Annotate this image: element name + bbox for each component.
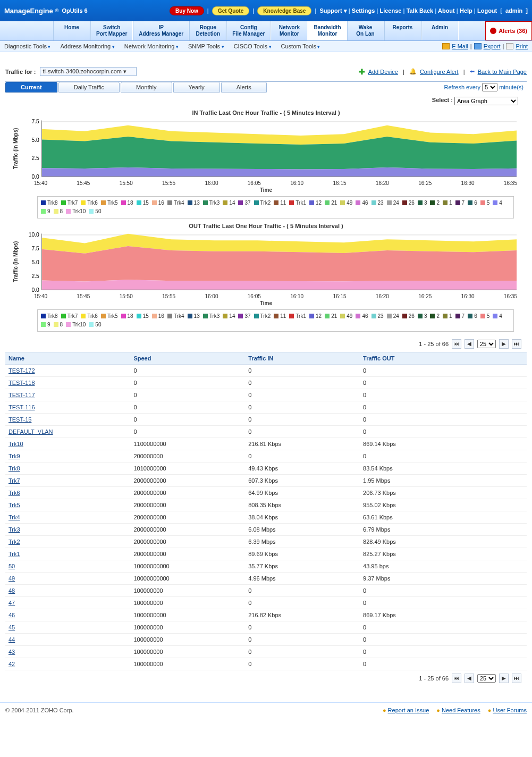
interface-link[interactable]: Trk2 <box>9 539 20 545</box>
header-link-settings[interactable]: Settings <box>352 7 376 14</box>
main-tab-admin[interactable]: Admin <box>421 21 459 40</box>
table-row: 501000000000035.77 Kbps43.95 bps <box>5 560 527 572</box>
interface-link[interactable]: 45 <box>9 624 15 630</box>
pager-size-select[interactable]: 25 <box>477 340 496 348</box>
pager-size-select[interactable]: 25 <box>477 674 496 683</box>
interface-link[interactable]: TEST-172 <box>9 367 35 374</box>
header-link-help[interactable]: Help <box>460 7 474 14</box>
interface-link[interactable]: Trk6 <box>9 490 20 496</box>
export-link[interactable]: Export <box>484 43 501 49</box>
refresh-interval-select[interactable]: 5 <box>482 83 497 91</box>
buy-now-button[interactable]: Buy Now <box>170 6 204 15</box>
interface-link[interactable]: 47 <box>9 600 15 606</box>
x-tick: 15:55 <box>162 293 175 299</box>
refresh-label: Refresh every <box>444 84 480 90</box>
table-row: 4310000000000 <box>5 645 527 658</box>
main-tab-network-monitor[interactable]: NetworkMonitor <box>271 21 308 40</box>
pager-next[interactable]: ▶ <box>499 339 509 349</box>
interface-link[interactable]: TEST-118 <box>9 380 35 386</box>
interface-link[interactable]: Trk10 <box>9 441 23 447</box>
view-tab-yearly[interactable]: Yearly <box>173 82 220 92</box>
pager-next[interactable]: ▶ <box>499 674 509 683</box>
pager-first[interactable]: ⏮ <box>452 339 461 349</box>
legend-item: Trk7 <box>61 199 78 207</box>
interface-link[interactable]: 49 <box>9 575 15 582</box>
pager-first[interactable]: ⏮ <box>452 674 461 683</box>
interface-link[interactable]: Trk8 <box>9 465 20 472</box>
pager-prev[interactable]: ◀ <box>465 674 474 683</box>
interface-link[interactable]: 42 <box>9 661 15 667</box>
header-link-license[interactable]: License <box>379 7 403 14</box>
interface-link[interactable]: TEST-15 <box>9 416 31 423</box>
interface-link[interactable]: Trk4 <box>9 514 20 520</box>
main-tab-ip-address-manager[interactable]: IPAddress Manager <box>133 21 189 40</box>
main-tab-wake-on-lan[interactable]: WakeOn Lan <box>347 21 384 40</box>
svg-text:0.0: 0.0 <box>31 174 39 179</box>
submenu-cisco-tools[interactable]: CISCO Tools <box>234 43 272 49</box>
submenu-address-monitoring[interactable]: Address Monitoring <box>60 43 114 49</box>
main-tab-config-file-manager[interactable]: ConfigFile Manager <box>226 21 271 40</box>
interface-link[interactable]: TEST-117 <box>9 392 35 398</box>
configure-alert-link[interactable]: Configure Alert <box>420 69 459 75</box>
view-tab-current[interactable]: Current <box>5 82 57 92</box>
main-tab-switch-port-mapper[interactable]: SwitchPort Mapper <box>90 21 133 40</box>
legend-item: 23 <box>371 312 384 320</box>
header-link-talk-back[interactable]: Talk Back <box>407 7 435 14</box>
interface-link[interactable]: 44 <box>9 636 15 643</box>
interface-link[interactable]: Trk7 <box>9 477 20 484</box>
pager-prev[interactable]: ◀ <box>465 339 474 349</box>
interface-link[interactable]: 50 <box>9 563 15 569</box>
submenu-diagnostic-tools[interactable]: Diagnostic Tools <box>4 43 50 49</box>
view-tab-alerts[interactable]: Alerts <box>221 82 267 92</box>
email-link[interactable]: E Mail <box>452 43 468 49</box>
knowledge-base-button[interactable]: Knowledge Base <box>257 6 311 15</box>
legend-item: 18 <box>121 199 133 207</box>
footer-link-report-an-issue[interactable]: Report an Issue <box>388 707 429 713</box>
interface-link[interactable]: DEFAULT_VLAN <box>9 428 53 435</box>
pager-last[interactable]: ⏭ <box>512 674 521 683</box>
interface-link[interactable]: Trk9 <box>9 453 20 459</box>
x-tick: 16:25 <box>418 293 432 299</box>
col-speed[interactable]: Speed <box>130 352 245 364</box>
interface-link[interactable]: Trk1 <box>9 551 20 557</box>
view-tab-monthly[interactable]: Monthly <box>121 82 172 92</box>
y-axis-label: Traffic (in Mbps) <box>12 118 20 179</box>
main-tab-reports[interactable]: Reports <box>384 21 421 40</box>
cell-traffic-out: 83.54 Kbps <box>360 462 527 474</box>
alerts-button[interactable]: Alerts (36) <box>485 21 532 40</box>
header-link-about[interactable]: About <box>438 7 457 14</box>
x-tick: 16:35 <box>504 180 517 186</box>
get-quote-button[interactable]: Get Quote <box>212 6 249 15</box>
switch-select[interactable]: tl-switch-3400.zohocorpin.com ▾ <box>40 67 137 76</box>
interface-link[interactable]: 48 <box>9 587 15 594</box>
interface-link[interactable]: 46 <box>9 612 15 618</box>
legend-item: Trk1 <box>289 312 306 320</box>
pager-last[interactable]: ⏭ <box>512 339 521 349</box>
add-device-link[interactable]: Add Device <box>368 69 398 75</box>
interface-link[interactable]: 43 <box>9 649 15 655</box>
main-tab-home[interactable]: Home <box>53 21 90 40</box>
col-traffic-in[interactable]: Traffic IN <box>245 352 360 364</box>
view-tab-daily-traffic[interactable]: Daily Traffic <box>58 82 120 92</box>
col-name[interactable]: Name <box>5 352 130 364</box>
footer-link-user-forums[interactable]: User Forums <box>493 707 527 713</box>
legend-swatch <box>371 314 376 318</box>
legend-swatch <box>387 314 392 318</box>
interface-link[interactable]: Trk3 <box>9 526 20 533</box>
submenu-snmp-tools[interactable]: SNMP Tools <box>188 43 224 49</box>
submenu-custom-tools[interactable]: Custom Tools <box>281 43 320 49</box>
main-tab-bandwidth-monitor[interactable]: BandwidthMonitor <box>308 21 347 40</box>
x-tick: 16:00 <box>205 293 218 299</box>
header-link-logout[interactable]: Logout <box>477 7 497 14</box>
legend-item: Trk10 <box>66 207 86 215</box>
interface-link[interactable]: TEST-116 <box>9 404 35 410</box>
submenu-network-monitoring[interactable]: Network Monitoring <box>124 43 179 49</box>
back-main-link[interactable]: Back to Main Page <box>478 69 527 75</box>
footer-link-need-features[interactable]: Need Features <box>442 707 480 713</box>
col-traffic-out[interactable]: Traffic OUT <box>360 352 527 364</box>
print-link[interactable]: Print <box>516 43 528 49</box>
main-tab-rogue-detection[interactable]: RogueDetection <box>189 21 226 40</box>
interface-link[interactable]: Trk5 <box>9 502 20 508</box>
header-link-support[interactable]: Support ▾ <box>319 7 348 14</box>
chart-type-select[interactable]: Area Graph <box>454 97 518 105</box>
